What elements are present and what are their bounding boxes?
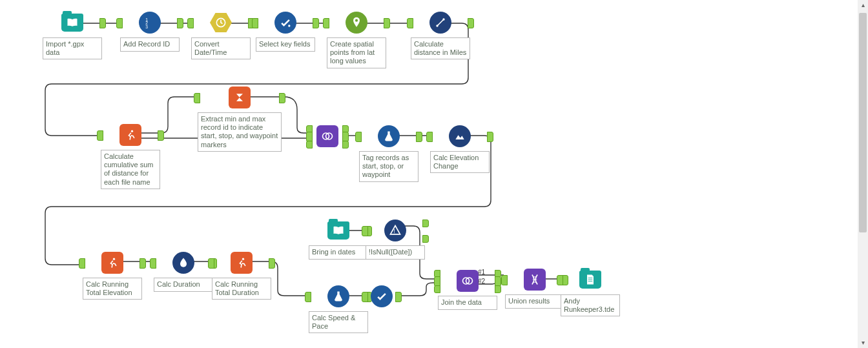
svg-point-12 [242,258,244,260]
distance-icon [429,12,451,34]
svg-text:!: ! [394,228,395,234]
node-add-record-id[interactable]: 123 Add Record ID [120,10,180,52]
node-calc-duration[interactable]: Calc Duration [154,251,213,292]
svg-text:3: 3 [145,25,148,29]
node-join-the-data[interactable]: Join the data [438,269,497,310]
node-label: Bring in dates [309,245,368,260]
node-label: Calculate cumulative sum of distance for… [101,150,160,189]
drop-icon [172,252,194,274]
node-label: Calc Elevation Change [430,151,490,173]
node-label: Calc Speed & Pace [309,311,368,333]
scroll-down-arrow-icon[interactable]: ▾ [858,338,868,348]
runner-icon [119,124,141,146]
node-label: !IsNull([Date]) [366,245,425,260]
node-convert-datetime[interactable]: Convert Date/Time [191,10,251,59]
node-label: Calc Duration [154,278,213,292]
node-output-tde[interactable]: Andy Runkeeper3.tde [561,267,620,316]
svg-point-7 [442,18,444,20]
svg-point-6 [436,25,438,26]
node-label: Calc Running Total Elevation [83,278,142,300]
list-123-icon: 123 [139,12,161,34]
workflow-canvas[interactable]: Import *.gpx data 123 Add Record ID Conv… [0,0,868,348]
check-icon [371,285,393,307]
node-calc-elevation-change[interactable]: Calc Elevation Change [430,124,490,173]
node-label: Tag records as start, stop, or waypoint [359,151,418,182]
vertical-scrollbar[interactable]: ▴ ▾ [858,0,868,348]
runner-icon [231,252,253,274]
node-calc-running-duration[interactable]: Calc Running Total Duration [212,251,271,300]
svg-point-4 [288,25,290,26]
node-calc-speed-pace[interactable]: Calc Speed & Pace [309,284,368,333]
book-open-icon [61,14,83,32]
filter-icon: ! [384,220,406,241]
node-calc-distance-miles[interactable]: Calculate distance in Miles [411,10,470,59]
node-select-2[interactable] [366,284,398,309]
node-join-1[interactable] [310,124,345,148]
join-icon [457,270,479,292]
node-label: Select key fields [256,37,315,52]
node-label: Add Record ID [120,37,180,52]
node-union-results[interactable]: Union results [505,267,564,309]
node-label: Extract min and max record id to indicat… [198,112,282,152]
join-icon [316,125,338,147]
node-import-gpx[interactable]: Import *.gpx data [43,10,102,59]
book-open-icon [327,221,349,240]
pin-icon [346,12,367,34]
node-create-spatial-points[interactable]: Create spatial points from lat long valu… [327,10,386,68]
node-label: Join the data [438,296,497,310]
node-label: Calculate distance in Miles [411,37,470,59]
dna-icon [524,269,546,291]
clock-icon [210,13,232,32]
svg-point-11 [113,258,115,260]
node-calc-running-elevation[interactable]: Calc Running Total Elevation [83,251,142,300]
edge-label-2: #2 [478,278,485,285]
node-filter-isnull-date[interactable]: ! !IsNull([Date]) [366,218,425,260]
runner-icon [101,252,123,274]
node-label: Create spatial points from lat long valu… [327,37,386,68]
node-label: Union results [505,294,564,309]
flask-icon [327,285,349,307]
check-icon [274,12,296,34]
node-label: Andy Runkeeper3.tde [561,294,620,316]
node-label: Calc Running Total Duration [212,278,271,300]
flask-icon [378,125,400,147]
svg-point-8 [131,130,133,132]
sigma-icon [229,87,251,108]
node-tag-records-waypoint[interactable]: Tag records as start, stop, or waypoint [359,124,418,182]
edge-label-1: #1 [478,269,485,276]
doc-icon [579,271,601,289]
node-bring-in-dates[interactable]: Bring in dates [309,218,368,260]
elevation-icon [449,125,471,147]
node-select-fields[interactable]: Select key fields [256,10,315,52]
node-label: Convert Date/Time [191,37,251,59]
scrollbar-thumb[interactable] [859,13,867,232]
node-extract-min-max[interactable]: Extract min and max record id to indicat… [198,85,282,152]
scroll-up-arrow-icon[interactable]: ▴ [858,0,868,10]
node-cumulative-sum[interactable]: Calculate cumulative sum of distance for… [101,123,160,189]
svg-point-5 [355,19,358,22]
node-label: Import *.gpx data [43,37,102,59]
